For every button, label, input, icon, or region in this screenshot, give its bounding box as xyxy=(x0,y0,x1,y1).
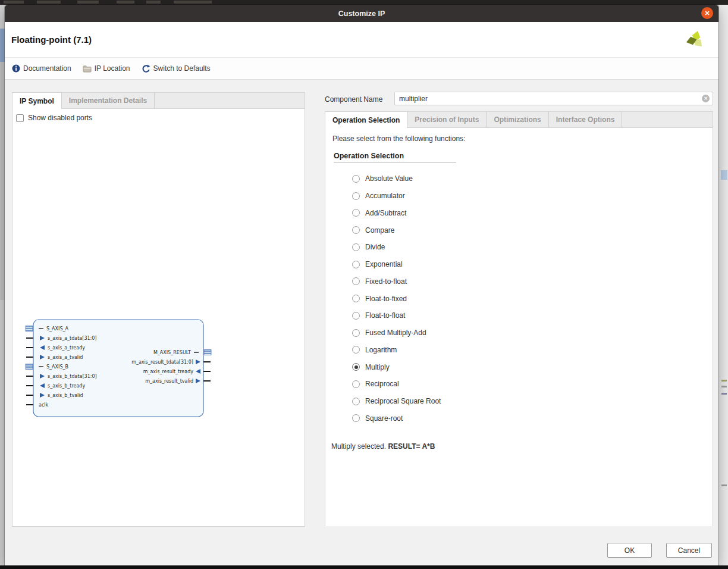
port-label: S_AXIS_A xyxy=(46,326,68,332)
radio-icon[interactable] xyxy=(352,192,360,200)
port-label: m_axis_result_tready xyxy=(143,369,194,374)
radio-icon[interactable] xyxy=(352,346,360,354)
component-name-field-wrap: ✕ xyxy=(394,92,713,105)
section-title: Operation Selection xyxy=(334,152,456,163)
operation-label: Reciprocal xyxy=(365,380,399,388)
operation-label: Fused Multiply-Add xyxy=(365,329,426,337)
operation-option-float-to-fixed[interactable]: Float-to-fixed xyxy=(325,290,713,307)
operation-option-absolute-value[interactable]: Absolute Value xyxy=(325,170,713,187)
radio-icon[interactable] xyxy=(352,261,360,268)
operation-option-divide[interactable]: Divide xyxy=(325,239,713,256)
operation-label: Fixed-to-float xyxy=(365,277,407,286)
folder-icon xyxy=(83,65,92,73)
operation-label: Add/Subtract xyxy=(365,209,406,217)
tab-optimizations[interactable]: Optimizations xyxy=(487,112,548,127)
ip-symbol-panel: IP Symbol Implementation Details Show di… xyxy=(12,92,305,527)
operation-option-square-root[interactable]: Square-root xyxy=(325,410,713,427)
ip-symbol-diagram: S_AXIS_A s_axis_a_tdata[31:0] s_axis_a_t… xyxy=(12,109,305,526)
ip-location-label: IP Location xyxy=(95,64,130,73)
operation-option-exponential[interactable]: Exponential xyxy=(325,256,713,273)
ip-name-title: Floating-point (7.1) xyxy=(11,35,92,45)
operation-option-fused-multiply-add[interactable]: Fused Multiply-Add xyxy=(325,324,713,342)
ok-button[interactable]: OK xyxy=(607,543,652,558)
dialog-main-area: IP Symbol Implementation Details Show di… xyxy=(5,80,718,565)
operation-option-logarithm[interactable]: Logarithm xyxy=(325,342,713,359)
selection-summary: Multiply selected. RESULT= A*B xyxy=(331,442,713,451)
component-name-label: Component Name xyxy=(325,95,382,104)
operation-option-add-subtract[interactable]: Add/Subtract xyxy=(325,205,713,222)
refresh-icon xyxy=(142,64,150,73)
radio-icon[interactable] xyxy=(352,398,360,405)
operation-label: Logarithm xyxy=(365,346,397,354)
customize-ip-dialog: Customize IP ✕ Floating-point (7.1) xyxy=(5,5,718,565)
port-label: s_axis_a_tready xyxy=(48,345,85,351)
component-name-input[interactable] xyxy=(394,92,713,105)
operation-label: Divide xyxy=(365,243,385,251)
close-icon[interactable]: ✕ xyxy=(701,7,713,19)
operation-label: Float-to-fixed xyxy=(365,295,407,303)
operation-label: Reciprocal Square Root xyxy=(365,397,441,405)
port-label: S_AXIS_B xyxy=(46,364,68,370)
info-icon xyxy=(12,64,20,73)
background-window-sliver-bottom xyxy=(0,565,728,569)
ip-toolbar: Documentation IP Location Switch to Defa… xyxy=(5,57,718,80)
tab-ip-symbol[interactable]: IP Symbol xyxy=(12,93,62,109)
configuration-panel: Operation Selection Precision of Inputs … xyxy=(325,111,713,526)
port-label: aclk xyxy=(39,402,49,408)
background-menubar-sliver xyxy=(0,0,728,5)
screen: Customize IP ✕ Floating-point (7.1) xyxy=(0,0,728,569)
right-tabbar: Operation Selection Precision of Inputs … xyxy=(325,112,713,128)
xilinx-logo-icon xyxy=(683,28,708,52)
port-label: m_axis_result_tvalid xyxy=(145,379,193,384)
dialog-title: Customize IP xyxy=(338,10,385,18)
radio-icon[interactable] xyxy=(352,380,360,388)
radio-icon[interactable] xyxy=(352,277,360,285)
operation-selection-content: Please select from the following functio… xyxy=(325,128,713,526)
operation-option-accumulator[interactable]: Accumulator xyxy=(325,187,713,205)
tab-precision-of-inputs[interactable]: Precision of Inputs xyxy=(407,112,487,127)
operation-label: Accumulator xyxy=(365,192,405,200)
tab-interface-options[interactable]: Interface Options xyxy=(549,112,623,127)
bus-interface-icon xyxy=(204,350,211,355)
tab-operation-selection[interactable]: Operation Selection xyxy=(325,112,407,128)
radio-icon[interactable] xyxy=(352,312,360,320)
port-label: s_axis_a_tdata[31:0] xyxy=(48,336,96,341)
operation-label: Absolute Value xyxy=(365,174,413,183)
clear-input-icon[interactable]: ✕ xyxy=(702,95,710,102)
operation-option-reciprocal[interactable]: Reciprocal xyxy=(325,376,713,393)
port-label: s_axis_b_tready xyxy=(48,383,85,389)
operation-option-multiply[interactable]: Multiply xyxy=(325,358,713,376)
documentation-button[interactable]: Documentation xyxy=(12,64,71,73)
switch-to-defaults-button[interactable]: Switch to Defaults xyxy=(142,64,211,73)
ip-location-button[interactable]: IP Location xyxy=(83,64,130,73)
operation-option-reciprocal-square-root[interactable]: Reciprocal Square Root xyxy=(325,393,713,410)
radio-icon[interactable] xyxy=(352,209,360,217)
cancel-button[interactable]: Cancel xyxy=(666,543,712,558)
port-label: s_axis_b_tvalid xyxy=(48,393,83,398)
radio-icon[interactable] xyxy=(352,414,360,422)
operation-label: Exponential xyxy=(365,260,403,268)
radio-selected-icon[interactable] xyxy=(352,363,360,371)
operation-option-compare[interactable]: Compare xyxy=(325,221,713,239)
tab-implementation-details[interactable]: Implementation Details xyxy=(62,93,155,108)
operation-option-fixed-to-float[interactable]: Fixed-to-float xyxy=(325,273,713,290)
background-window-sliver-left xyxy=(0,5,5,565)
operation-label: Square-root xyxy=(365,414,403,423)
intro-text: Please select from the following functio… xyxy=(325,128,713,143)
ip-header: Floating-point (7.1) xyxy=(5,22,718,57)
summary-result: RESULT= A*B xyxy=(388,442,435,451)
switch-to-defaults-label: Switch to Defaults xyxy=(153,64,211,73)
operation-option-float-to-float[interactable]: Float-to-float xyxy=(325,307,713,324)
radio-icon[interactable] xyxy=(352,295,360,302)
bus-interface-icon xyxy=(26,326,33,332)
radio-icon[interactable] xyxy=(352,175,360,183)
port-label: m_axis_result_tdata[31:0] xyxy=(131,359,193,365)
radio-icon[interactable] xyxy=(352,243,360,251)
dialog-titlebar: Customize IP ✕ xyxy=(5,5,718,22)
background-window-sliver-right xyxy=(718,5,728,565)
radio-icon[interactable] xyxy=(352,226,360,234)
documentation-label: Documentation xyxy=(23,64,71,73)
operation-label: Compare xyxy=(365,226,394,235)
radio-icon[interactable] xyxy=(352,329,360,337)
port-label: s_axis_a_tvalid xyxy=(48,355,83,360)
